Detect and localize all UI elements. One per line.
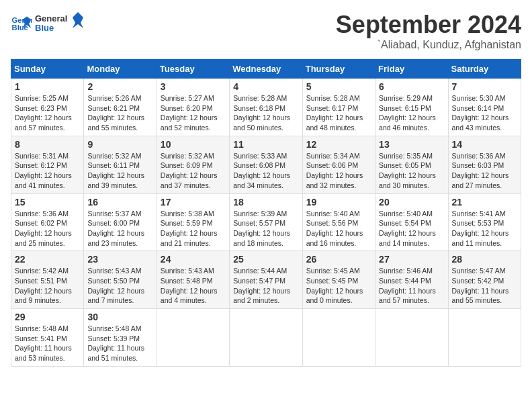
logo-svg: General Blue — [35, 11, 83, 35]
calendar-cell: 27Sunrise: 5:46 AMSunset: 5:44 PMDayligh… — [375, 251, 448, 309]
calendar-cell: 19Sunrise: 5:40 AMSunset: 5:56 PMDayligh… — [302, 193, 375, 251]
day-number: 14 — [452, 139, 517, 150]
calendar-cell: 30Sunrise: 5:48 AMSunset: 5:39 PMDayligh… — [84, 309, 157, 367]
calendar-cell — [375, 309, 448, 367]
day-number: 19 — [306, 197, 371, 208]
logo: General Blue General Blue — [11, 11, 83, 35]
day-number: 29 — [15, 312, 80, 322]
day-info: Sunrise: 5:44 AMSunset: 5:47 PMDaylight:… — [233, 266, 298, 306]
calendar-cell: 10Sunrise: 5:32 AMSunset: 6:09 PMDayligh… — [157, 136, 229, 193]
day-number: 24 — [161, 254, 226, 265]
calendar-cell: 14Sunrise: 5:36 AMSunset: 6:03 PMDayligh… — [448, 136, 521, 193]
calendar-cell: 18Sunrise: 5:39 AMSunset: 5:57 PMDayligh… — [230, 193, 302, 251]
day-number: 9 — [87, 139, 152, 150]
day-number: 12 — [306, 139, 371, 150]
day-number: 5 — [306, 81, 371, 92]
svg-text:Blue: Blue — [35, 23, 54, 33]
svg-text:General: General — [35, 13, 67, 24]
calendar-cell: 17Sunrise: 5:38 AMSunset: 5:59 PMDayligh… — [157, 193, 229, 251]
day-info: Sunrise: 5:42 AMSunset: 5:51 PMDaylight:… — [15, 266, 80, 306]
day-info: Sunrise: 5:41 AMSunset: 5:53 PMDaylight:… — [452, 209, 517, 248]
day-number: 10 — [161, 139, 226, 150]
day-number: 15 — [15, 197, 80, 208]
col-header-friday: Friday — [375, 60, 448, 79]
day-info: Sunrise: 5:47 AMSunset: 5:42 PMDaylight:… — [452, 266, 517, 306]
day-info: Sunrise: 5:32 AMSunset: 6:09 PMDaylight:… — [161, 151, 226, 191]
day-number: 20 — [379, 197, 444, 208]
day-info: Sunrise: 5:43 AMSunset: 5:48 PMDaylight:… — [161, 266, 226, 306]
day-info: Sunrise: 5:39 AMSunset: 5:57 PMDaylight:… — [233, 209, 298, 248]
day-info: Sunrise: 5:28 AMSunset: 6:17 PMDaylight:… — [306, 93, 371, 133]
day-info: Sunrise: 5:33 AMSunset: 6:08 PMDaylight:… — [233, 151, 298, 191]
logo-icon: General Blue — [11, 12, 32, 34]
day-number: 26 — [306, 254, 371, 265]
day-number: 23 — [87, 254, 152, 265]
calendar-cell: 29Sunrise: 5:48 AMSunset: 5:41 PMDayligh… — [11, 309, 84, 367]
day-info: Sunrise: 5:35 AMSunset: 6:05 PMDaylight:… — [379, 151, 444, 191]
calendar-cell: 15Sunrise: 5:36 AMSunset: 6:02 PMDayligh… — [11, 193, 84, 251]
day-number: 3 — [161, 81, 226, 92]
day-number: 21 — [452, 197, 517, 208]
day-number: 30 — [87, 312, 152, 322]
day-number: 28 — [452, 254, 517, 265]
day-number: 22 — [15, 254, 80, 265]
calendar-cell: 13Sunrise: 5:35 AMSunset: 6:05 PMDayligh… — [375, 136, 448, 193]
day-info: Sunrise: 5:30 AMSunset: 6:14 PMDaylight:… — [452, 93, 517, 133]
calendar-cell: 1Sunrise: 5:25 AMSunset: 6:23 PMDaylight… — [11, 79, 84, 136]
day-info: Sunrise: 5:34 AMSunset: 6:06 PMDaylight:… — [306, 151, 371, 191]
day-number: 18 — [233, 197, 298, 208]
calendar-cell: 28Sunrise: 5:47 AMSunset: 5:42 PMDayligh… — [448, 251, 521, 309]
col-header-monday: Monday — [84, 60, 157, 79]
calendar-cell — [448, 309, 521, 367]
calendar-cell: 22Sunrise: 5:42 AMSunset: 5:51 PMDayligh… — [11, 251, 84, 309]
calendar-cell: 11Sunrise: 5:33 AMSunset: 6:08 PMDayligh… — [230, 136, 302, 193]
calendar-cell — [230, 309, 302, 367]
day-info: Sunrise: 5:43 AMSunset: 5:50 PMDaylight:… — [87, 266, 152, 306]
day-info: Sunrise: 5:46 AMSunset: 5:44 PMDaylight:… — [379, 266, 444, 306]
col-header-wednesday: Wednesday — [230, 60, 302, 79]
day-info: Sunrise: 5:28 AMSunset: 6:18 PMDaylight:… — [233, 93, 298, 133]
calendar-cell: 20Sunrise: 5:40 AMSunset: 5:54 PMDayligh… — [375, 193, 448, 251]
calendar-cell: 3Sunrise: 5:27 AMSunset: 6:20 PMDaylight… — [157, 79, 229, 136]
calendar-cell: 5Sunrise: 5:28 AMSunset: 6:17 PMDaylight… — [302, 79, 375, 136]
day-number: 6 — [379, 81, 444, 92]
day-number: 7 — [452, 81, 517, 92]
calendar-title: September 2024 — [336, 11, 521, 39]
day-number: 1 — [15, 81, 80, 92]
calendar-cell: 25Sunrise: 5:44 AMSunset: 5:47 PMDayligh… — [230, 251, 302, 309]
calendar-cell — [157, 309, 229, 367]
day-number: 4 — [233, 81, 298, 92]
calendar-cell: 12Sunrise: 5:34 AMSunset: 6:06 PMDayligh… — [302, 136, 375, 193]
page-header: General Blue General Blue September 2024… — [11, 11, 521, 51]
calendar-cell: 8Sunrise: 5:31 AMSunset: 6:12 PMDaylight… — [11, 136, 84, 193]
calendar-table: SundayMondayTuesdayWednesdayThursdayFrid… — [11, 59, 521, 367]
col-header-thursday: Thursday — [302, 60, 375, 79]
day-number: 2 — [87, 81, 152, 92]
svg-marker-5 — [73, 12, 83, 28]
col-header-sunday: Sunday — [11, 60, 84, 79]
calendar-cell: 7Sunrise: 5:30 AMSunset: 6:14 PMDaylight… — [448, 79, 521, 136]
day-number: 16 — [87, 197, 152, 208]
calendar-cell: 21Sunrise: 5:41 AMSunset: 5:53 PMDayligh… — [448, 193, 521, 251]
day-info: Sunrise: 5:32 AMSunset: 6:11 PMDaylight:… — [87, 151, 152, 191]
calendar-cell: 6Sunrise: 5:29 AMSunset: 6:15 PMDaylight… — [375, 79, 448, 136]
col-header-saturday: Saturday — [448, 60, 521, 79]
day-info: Sunrise: 5:36 AMSunset: 6:02 PMDaylight:… — [15, 209, 80, 248]
day-info: Sunrise: 5:37 AMSunset: 6:00 PMDaylight:… — [87, 209, 152, 248]
calendar-cell: 16Sunrise: 5:37 AMSunset: 6:00 PMDayligh… — [84, 193, 157, 251]
day-info: Sunrise: 5:48 AMSunset: 5:41 PMDaylight:… — [15, 324, 80, 363]
calendar-cell: 4Sunrise: 5:28 AMSunset: 6:18 PMDaylight… — [230, 79, 302, 136]
day-info: Sunrise: 5:25 AMSunset: 6:23 PMDaylight:… — [15, 93, 80, 133]
calendar-cell — [302, 309, 375, 367]
day-number: 13 — [379, 139, 444, 150]
day-number: 27 — [379, 254, 444, 265]
day-number: 17 — [161, 197, 226, 208]
day-info: Sunrise: 5:45 AMSunset: 5:45 PMDaylight:… — [306, 266, 371, 306]
title-block: September 2024 `Aliabad, Kunduz, Afghani… — [336, 11, 521, 51]
calendar-cell: 23Sunrise: 5:43 AMSunset: 5:50 PMDayligh… — [84, 251, 157, 309]
day-info: Sunrise: 5:48 AMSunset: 5:39 PMDaylight:… — [87, 324, 152, 363]
day-info: Sunrise: 5:31 AMSunset: 6:12 PMDaylight:… — [15, 151, 80, 191]
day-info: Sunrise: 5:40 AMSunset: 5:54 PMDaylight:… — [379, 209, 444, 248]
col-header-tuesday: Tuesday — [157, 60, 229, 79]
calendar-subtitle: `Aliabad, Kunduz, Afghanistan — [336, 39, 521, 51]
